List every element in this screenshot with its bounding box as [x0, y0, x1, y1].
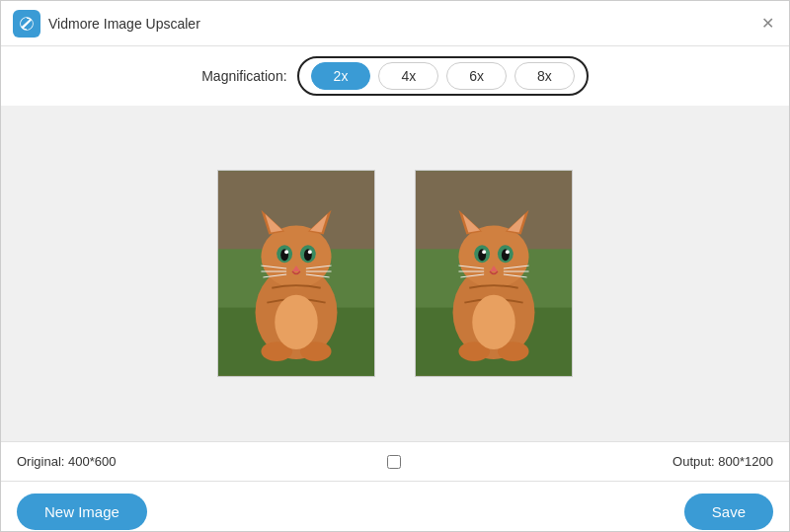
svg-point-41 — [506, 250, 510, 254]
magnification-options-wrapper: 2x 4x 6x 8x — [297, 56, 589, 96]
new-image-button[interactable]: New Image — [17, 494, 147, 530]
output-size-label: Output: 800*1200 — [672, 454, 773, 469]
magnification-4x-button[interactable]: 4x — [378, 62, 438, 90]
app-title: Vidmore Image Upscaler — [48, 16, 200, 32]
output-cat-svg — [416, 171, 572, 376]
svg-point-25 — [275, 295, 317, 349]
app-icon — [13, 10, 40, 38]
close-button[interactable]: ✕ — [757, 14, 777, 34]
output-image — [415, 170, 573, 377]
magnification-bar: Magnification: 2x 4x 6x 8x — [1, 46, 789, 106]
magnification-8x-button[interactable]: 8x — [514, 62, 575, 90]
svg-point-5 — [261, 226, 331, 288]
compare-checkbox[interactable] — [387, 455, 401, 469]
svg-point-40 — [482, 250, 486, 254]
output-image-panel — [415, 170, 573, 377]
footer: New Image Save — [1, 481, 789, 532]
magnification-6x-button[interactable]: 6x — [446, 62, 507, 90]
svg-point-51 — [472, 295, 514, 349]
svg-point-31 — [458, 226, 528, 288]
save-button[interactable]: Save — [684, 494, 773, 530]
original-image-panel — [217, 170, 375, 377]
original-image — [217, 170, 375, 377]
original-cat-svg — [218, 171, 374, 376]
original-size-label: Original: 400*600 — [17, 454, 116, 469]
svg-point-15 — [308, 250, 312, 254]
title-bar: Vidmore Image Upscaler ✕ — [1, 1, 789, 46]
title-left: Vidmore Image Upscaler — [13, 10, 200, 38]
content-area — [1, 106, 789, 441]
magnification-2x-button[interactable]: 2x — [311, 62, 371, 90]
svg-point-14 — [284, 250, 288, 254]
status-bar: Original: 400*600 Output: 800*1200 — [1, 441, 789, 481]
magnification-label: Magnification: — [201, 68, 286, 84]
app-logo-icon — [18, 15, 36, 33]
